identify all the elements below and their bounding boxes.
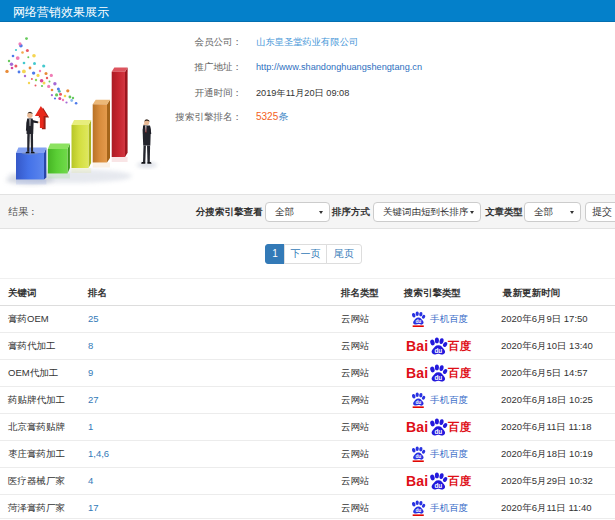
baidu-du-text: du	[434, 428, 442, 435]
company-label: 会员公司：	[195, 35, 243, 49]
info-row-rank-count: 搜索引擎排名： 5325条	[0, 110, 615, 124]
filter-bar: 结果： 分搜索引擎查看 全部 排序方式 关键词由短到长排序 文章类型 全部 提交	[0, 194, 615, 229]
keyword-cell: 菏泽膏药厂家	[8, 495, 65, 520]
rank-cell: 27	[88, 387, 99, 413]
rank-type-cell: 云网站	[341, 441, 370, 467]
table-row: 膏药OEM 25 云网站 2020年6月9日 17:50 du 手机百度	[0, 306, 615, 333]
keyword-cell: 北京膏药贴牌	[8, 414, 65, 440]
rank-cell: 4	[88, 468, 93, 494]
baidu-du-text: du	[434, 482, 442, 489]
header-engine-type: 搜索引擎类型	[404, 279, 461, 306]
keyword-cell: 枣庄膏药加工	[8, 441, 65, 467]
baidu-paw-icon: du	[410, 446, 426, 462]
rank-count-label: 搜索引擎排名：	[176, 110, 243, 124]
rank-count-unit: 条	[278, 111, 288, 122]
opened-value: 2019年11月20日 09:08	[256, 86, 349, 100]
sort-filter-label: 排序方式	[332, 195, 370, 228]
baidu-paw-icon: du	[428, 418, 448, 437]
sort-filter-select[interactable]: 关键词由短到长排序	[373, 202, 481, 222]
engine-filter-select[interactable]: 全部	[265, 202, 330, 222]
mobile-baidu-label: 手机百度	[430, 495, 468, 520]
ranking-table: 关键词 排名 排名类型 搜索引擎类型 最新更新时间 膏药OEM 25 云网站 2…	[0, 278, 615, 519]
updated-cell: 2020年6月10日 13:40	[501, 333, 593, 359]
updated-cell: 2020年6月9日 17:50	[501, 306, 588, 332]
baidu-du-text: du	[415, 454, 421, 459]
table-row: 医疗器械厂家 4 云网站 2020年5月29日 10:32 Bai du 百度	[0, 468, 615, 495]
updated-cell: 2020年6月18日 10:19	[501, 441, 593, 467]
table-row: OEM代加工 9 云网站 2020年6月5日 14:57 Bai du 百度	[0, 360, 615, 387]
header-keyword: 关键词	[8, 279, 37, 306]
sort-filter-value: 关键词由短到长排序	[383, 203, 469, 221]
baidu-paw-icon: du	[428, 337, 448, 356]
baidu-paw-icon: du	[428, 472, 448, 491]
bar-chart-illustration	[0, 28, 190, 188]
engine-filter-label: 分搜索引擎查看	[196, 195, 263, 228]
article-filter-label: 文章类型	[485, 195, 523, 228]
table-row: 菏泽膏药厂家 17 云网站 2020年6月11日 11:40 du 手机百度	[0, 495, 615, 519]
baidu-logo-cn: 百度	[448, 333, 471, 360]
updated-cell: 2020年6月5日 14:57	[501, 360, 588, 386]
rank-cell: 1,4,6	[88, 441, 109, 467]
rank-type-cell: 云网站	[341, 387, 370, 413]
rank-type-cell: 云网站	[341, 333, 370, 359]
baidu-logo-bai: Bai	[406, 468, 428, 495]
table-header: 关键词 排名 排名类型 搜索引擎类型 最新更新时间	[0, 278, 615, 306]
article-filter-value: 全部	[534, 203, 553, 221]
company-value[interactable]: 山东皇圣堂药业有限公司	[256, 35, 358, 49]
pagination: 1 下一页 尾页	[265, 244, 362, 264]
last-page-button[interactable]: 尾页	[326, 244, 362, 264]
keyword-cell: OEM代加工	[8, 360, 58, 386]
page-title: 网络营销效果展示	[13, 2, 109, 22]
engine-filter-value: 全部	[275, 203, 294, 221]
keyword-cell: 药贴牌代加工	[8, 387, 65, 413]
article-filter-select[interactable]: 全部	[524, 202, 581, 222]
baidu-du-text: du	[415, 319, 421, 324]
url-label: 推广地址：	[195, 60, 243, 74]
dropdown-arrow-icon	[319, 211, 323, 214]
updated-cell: 2020年6月11日 11:40	[501, 495, 592, 520]
table-row: 药贴牌代加工 27 云网站 2020年6月18日 10:25 du 手机百度	[0, 387, 615, 414]
keyword-cell: 膏药代加工	[8, 333, 56, 359]
baidu-paw-icon: du	[410, 500, 426, 516]
baidu-paw-icon: du	[410, 392, 426, 408]
dropdown-arrow-icon	[570, 211, 574, 214]
keyword-cell: 医疗器械厂家	[8, 468, 65, 494]
baidu-paw-icon: du	[428, 364, 448, 383]
header-rank: 排名	[88, 279, 107, 306]
info-row-opened: 开通时间： 2019年11月20日 09:08	[0, 86, 615, 100]
rank-count-number: 5325	[256, 111, 278, 122]
info-row-url: 推广地址： http://www.shandonghuangshengtang.…	[0, 60, 615, 74]
rank-type-cell: 云网站	[341, 306, 370, 332]
mobile-baidu-label: 手机百度	[430, 306, 468, 332]
header-updated: 最新更新时间	[503, 279, 560, 306]
baidu-du-text: du	[434, 374, 442, 381]
baidu-logo-bai: Bai	[406, 414, 428, 441]
updated-cell: 2020年6月18日 10:25	[501, 387, 593, 413]
rank-type-cell: 云网站	[341, 414, 370, 440]
url-value[interactable]: http://www.shandonghuangshengtang.cn	[256, 60, 422, 74]
baidu-du-text: du	[434, 347, 442, 354]
table-row: 北京膏药贴牌 1 云网站 2020年6月11日 11:18 Bai du 百度	[0, 414, 615, 441]
bar-yellow	[72, 120, 92, 173]
rank-cell: 9	[88, 360, 93, 386]
rank-cell: 17	[88, 495, 99, 520]
page: 网络营销效果展示	[0, 0, 615, 520]
baidu-logo-cn: 百度	[448, 414, 471, 441]
baidu-logo-bai: Bai	[406, 333, 428, 360]
submit-button[interactable]: 提交	[585, 202, 615, 222]
next-page-button[interactable]: 下一页	[284, 244, 327, 264]
keyword-cell: 膏药OEM	[8, 306, 49, 332]
mobile-baidu-label: 手机百度	[430, 387, 468, 413]
rank-type-cell: 云网站	[341, 360, 370, 386]
page-1-button[interactable]: 1	[265, 244, 285, 264]
rank-cell: 25	[88, 306, 99, 332]
table-row: 膏药代加工 8 云网站 2020年6月10日 13:40 Bai du 百度	[0, 333, 615, 360]
updated-cell: 2020年6月11日 11:18	[501, 414, 592, 440]
title-bar: 网络营销效果展示	[0, 0, 615, 22]
rank-type-cell: 云网站	[341, 468, 370, 494]
baidu-logo-cn: 百度	[448, 468, 471, 495]
table-row: 枣庄膏药加工 1,4,6 云网站 2020年6月18日 10:19 du 手机百…	[0, 441, 615, 468]
updated-cell: 2020年5月29日 10:32	[501, 468, 593, 494]
baidu-logo-bai: Bai	[406, 360, 428, 387]
result-label: 结果：	[8, 195, 38, 228]
